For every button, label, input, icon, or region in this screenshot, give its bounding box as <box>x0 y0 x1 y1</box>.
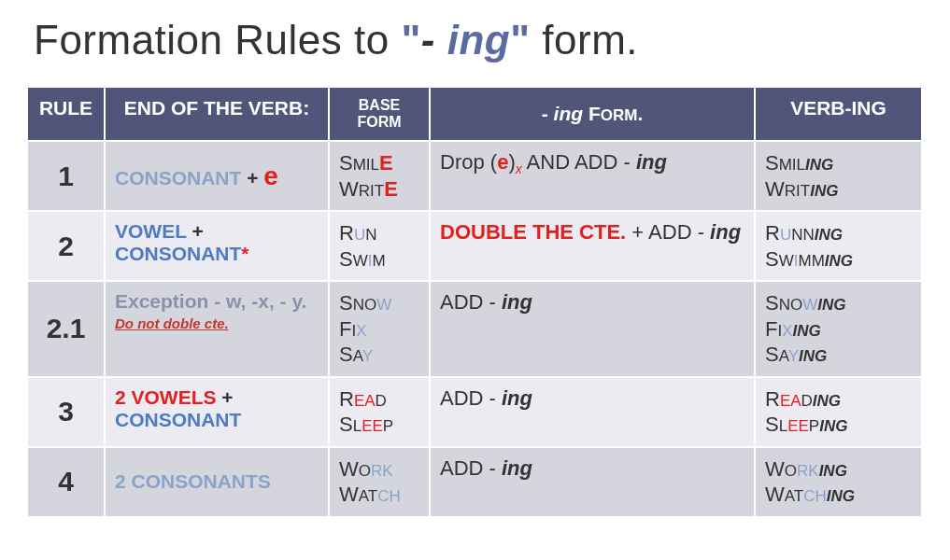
ing-rule: ADD - ing <box>430 281 755 377</box>
table-row: 2 VOWEL + CONSONANT* RUN SWIM DOUBLE THE… <box>28 211 921 281</box>
rule-number: 2 <box>28 211 105 281</box>
table-row: 4 2 CONSONANTS WORK WATCH ADD - ing WORK… <box>28 447 921 516</box>
col-end: END OF THE VERB: <box>105 88 329 141</box>
verb-ing: SMILING WRITING <box>755 141 921 211</box>
col-verbing: VERB-ING <box>755 88 921 141</box>
rule-number: 3 <box>28 377 105 447</box>
ing-rule: ADD - ing <box>430 447 755 516</box>
end-pattern: Exception - w, -x, - y. Do not doble cte… <box>105 281 329 377</box>
rule-number: 1 <box>28 141 105 211</box>
table-row: 1 CONSONANT + e SMILE WRITE Drop (e)x AN… <box>28 141 921 211</box>
col-rule: RULE <box>28 88 105 141</box>
verb-ing: READING SLEEPING <box>755 377 921 447</box>
rule-number: 2.1 <box>28 281 105 377</box>
verb-ing: RUNNING SWIMMING <box>755 211 921 281</box>
col-ing: - ing FORM. <box>430 88 755 141</box>
col-base: BASE FORM <box>329 88 430 141</box>
end-pattern: 2 CONSONANTS <box>105 447 329 516</box>
rule-number: 4 <box>28 447 105 516</box>
header-row: RULE END OF THE VERB: BASE FORM - ing FO… <box>28 88 921 141</box>
end-pattern: 2 VOWELS + CONSONANT <box>105 377 329 447</box>
base-form: SMILE WRITE <box>329 141 430 211</box>
base-form: SNOW FIX SAY <box>329 281 430 377</box>
ing-rule: Drop (e)x AND ADD - ing <box>430 141 755 211</box>
verb-ing: SNOWING FIXING SAYING <box>755 281 921 377</box>
page-title: Formation Rules to "- ing" form. <box>34 17 922 63</box>
base-form: RUN SWIM <box>329 211 430 281</box>
verb-ing: WORKING WATCHING <box>755 447 921 516</box>
rules-table: RULE END OF THE VERB: BASE FORM - ing FO… <box>28 88 921 516</box>
table-row: 3 2 VOWELS + CONSONANT READ SLEEP ADD - … <box>28 377 921 447</box>
base-form: WORK WATCH <box>329 447 430 516</box>
table-row: 2.1 Exception - w, -x, - y. Do not doble… <box>28 281 921 377</box>
end-pattern: VOWEL + CONSONANT* <box>105 211 329 281</box>
ing-rule: ADD - ing <box>430 377 755 447</box>
exception-note: Do not doble cte. <box>115 315 319 331</box>
ing-rule: DOUBLE THE CTE. + ADD - ing <box>430 211 755 281</box>
base-form: READ SLEEP <box>329 377 430 447</box>
end-pattern: CONSONANT + e <box>105 141 329 211</box>
